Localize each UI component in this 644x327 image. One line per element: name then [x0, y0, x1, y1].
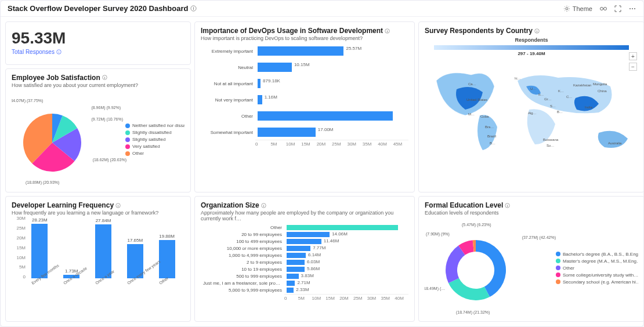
hbar-track: [258, 111, 406, 121]
hbar-label: 20 to 99 employees: [203, 232, 284, 237]
vbar-chart: 05M10M15M20M25M30M 28.23M Every few mont…: [12, 216, 184, 317]
axis-tick: 10M: [312, 296, 326, 301]
hbar-row: 10 to 19 employees 5.86M: [203, 267, 406, 272]
svg-text:i: i: [263, 204, 264, 208]
donut-label: (37.27M) (42.42%): [522, 235, 556, 239]
vbar: 1.73M Once a decade: [59, 268, 85, 290]
hbar-value: 2.33M: [294, 287, 309, 292]
axis-tick: 20M: [12, 235, 26, 241]
info-icon[interactable]: i: [385, 28, 390, 34]
hbar-row: Other: [203, 225, 406, 230]
svg-point-4: [604, 7, 607, 10]
hbar-label: 5,000 to 9,999 employees: [203, 288, 284, 293]
info-icon[interactable]: i: [115, 203, 121, 208]
svg-point-7: [634, 8, 635, 9]
job-satisfaction-card: Employee Job Satisfactioni How satisfied…: [5, 68, 191, 193]
hbar-track: 6.14M: [287, 253, 406, 258]
svg-text:i: i: [193, 6, 194, 11]
expand-icon[interactable]: [614, 5, 621, 12]
svg-text:i: i: [387, 29, 388, 32]
map-legend-bar: [434, 45, 629, 50]
page-title: Stack Overflow Developer Survey 2020 Das…: [8, 4, 188, 13]
donut-label: (18.74M) (21.32%): [456, 310, 490, 314]
svg-text:United States: United States: [466, 98, 487, 101]
info-icon[interactable]: i: [102, 75, 107, 80]
hbar-chart: Other 20 to 99 employees 14.06M 100 to 4…: [201, 221, 408, 317]
info-icon[interactable]: i: [56, 49, 61, 54]
link-icon[interactable]: [599, 5, 607, 12]
svg-text:i: i: [104, 76, 105, 79]
vbar: 17.65M Once every few years: [122, 238, 148, 290]
hbar-label: Somewhat important: [203, 130, 255, 135]
dashboard: Stack Overflow Developer Survey 2020 Das…: [0, 0, 644, 327]
axis-tick: 25M: [332, 141, 347, 147]
hbar-track: 1.16M: [258, 95, 406, 104]
vbar: 28.23M Every few months: [27, 217, 53, 290]
hbar-fill: [287, 288, 294, 293]
hbar-label: Not at all important: [203, 81, 255, 86]
hbar-track: 14.06M: [287, 232, 406, 237]
hbar-track: 5.86M: [287, 267, 406, 272]
svg-text:India: India: [585, 106, 593, 109]
axis-tick: 0: [12, 274, 26, 279]
axis-tick: 35M: [381, 296, 395, 301]
svg-text:Cuba: Cuba: [480, 115, 489, 118]
donut-label: (5.47M) (6.23%): [462, 223, 491, 227]
header: Stack Overflow Developer Survey 2020 Das…: [1, 1, 643, 17]
hbar-fill: [258, 63, 292, 72]
vbar-value: 17.65M: [127, 238, 143, 243]
more-icon[interactable]: [628, 5, 636, 12]
axis-tick: 20M: [339, 296, 353, 301]
info-icon[interactable]: i: [534, 28, 540, 34]
axis-tick: 0: [284, 296, 298, 301]
hbar-value: 11.46M: [321, 238, 339, 244]
hbar-value: 10.15M: [292, 62, 310, 67]
card-subtitle: Education levels of respondents: [425, 210, 638, 216]
hbar-fill: [258, 46, 343, 56]
axis-tick: 30M: [347, 141, 362, 147]
svg-point-3: [600, 7, 603, 10]
info-icon[interactable]: i: [190, 5, 197, 12]
card-title: Employee Job Satisfactioni: [12, 74, 184, 82]
hbar-row: 2 to 9 employees 6.03M: [203, 260, 406, 265]
map-body[interactable]: Respondents 297 - 19.40M + −: [425, 35, 638, 187]
svg-text:Gr…: Gr…: [544, 97, 552, 101]
hbar-track: 11.46M: [287, 239, 406, 244]
world-map: United States Ca… M… Cuba Ic… U… It… Gr……: [425, 57, 638, 162]
hbar-fill: [287, 274, 299, 279]
pie-label: (18.62M) (20.63%): [93, 158, 126, 162]
hbar-row: Just me, I am a freelancer, sole proprie…: [203, 281, 406, 286]
axis-tick: 10M: [12, 255, 26, 260]
legend-item: Very satisfied: [125, 144, 184, 149]
hbar-label: 500 to 999 employees: [203, 274, 284, 279]
axis-tick: 15M: [12, 245, 26, 250]
hbar-value: 2.71M: [295, 280, 310, 285]
theme-button[interactable]: Theme: [563, 5, 592, 12]
axis-tick: 20M: [317, 141, 332, 147]
svg-text:Ic…: Ic…: [515, 77, 521, 80]
hbar-row: 20 to 99 employees 14.06M: [203, 232, 406, 237]
info-icon[interactable]: i: [505, 203, 510, 208]
legend-item: Bachelor's degree (B.A., B.S., B.Eng…: [556, 252, 638, 257]
zoom-out-button[interactable]: −: [629, 63, 637, 71]
info-icon[interactable]: i: [261, 203, 266, 208]
legend-item: Slightly dissatisfied: [125, 130, 184, 135]
hbar-value: 6.14M: [306, 252, 321, 257]
axis-tick: 30M: [367, 296, 381, 301]
svg-text:It…: It…: [538, 93, 544, 96]
zoom-in-button[interactable]: +: [629, 52, 637, 60]
header-actions: Theme: [563, 5, 636, 12]
devops-card: Importance of DevOps Usage in Software D…: [194, 21, 415, 192]
hbar-row: 1,000 to 4,999 employees 6.14M: [203, 253, 406, 258]
hbar-fill: [287, 246, 310, 251]
header-title-group: Stack Overflow Developer Survey 2020 Das…: [8, 4, 197, 13]
education-card: Formal Education Leveli Education levels…: [418, 196, 643, 322]
svg-text:i: i: [118, 204, 119, 208]
hbar-track: 3.83M: [287, 274, 406, 279]
hbar-row: 10,000 or more employees 7.77M: [203, 246, 406, 251]
hbar-label: 10 to 19 employees: [203, 267, 284, 272]
grid: 95.33M Total Responses i Employee Job Sa…: [1, 17, 643, 326]
hbar-track: 10.15M: [258, 63, 406, 72]
donut-label: (7.90M) (9%): [426, 232, 450, 236]
axis-tick: 40M: [395, 296, 408, 301]
